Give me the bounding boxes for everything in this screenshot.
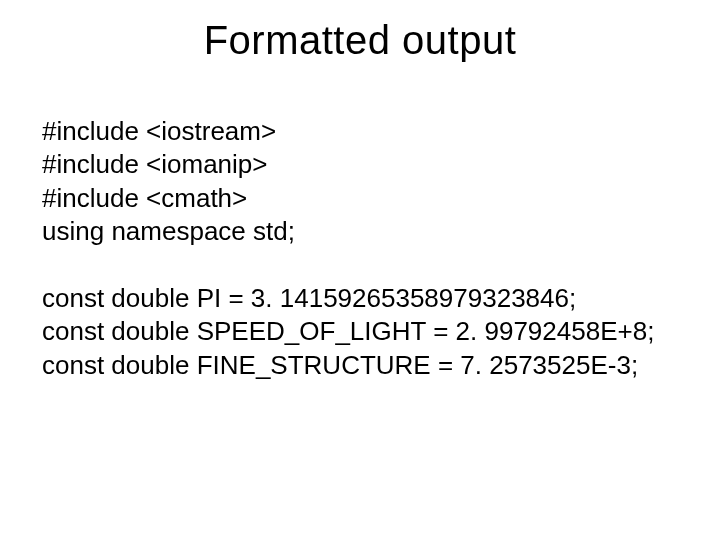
code-line: const double SPEED_OF_LIGHT = 2. 9979245… [42, 315, 678, 348]
code-line: const double PI = 3. 1415926535897932384… [42, 282, 678, 315]
slide-title: Formatted output [0, 18, 720, 63]
code-body: #include <iostream> #include <iomanip> #… [42, 115, 678, 382]
slide: Formatted output #include <iostream> #in… [0, 0, 720, 540]
code-line: using namespace std; [42, 215, 678, 248]
code-line: #include <iostream> [42, 115, 678, 148]
code-line: const double FINE_STRUCTURE = 7. 2573525… [42, 349, 678, 382]
code-line: #include <iomanip> [42, 148, 678, 181]
code-line: #include <cmath> [42, 182, 678, 215]
blank-line [42, 248, 678, 282]
